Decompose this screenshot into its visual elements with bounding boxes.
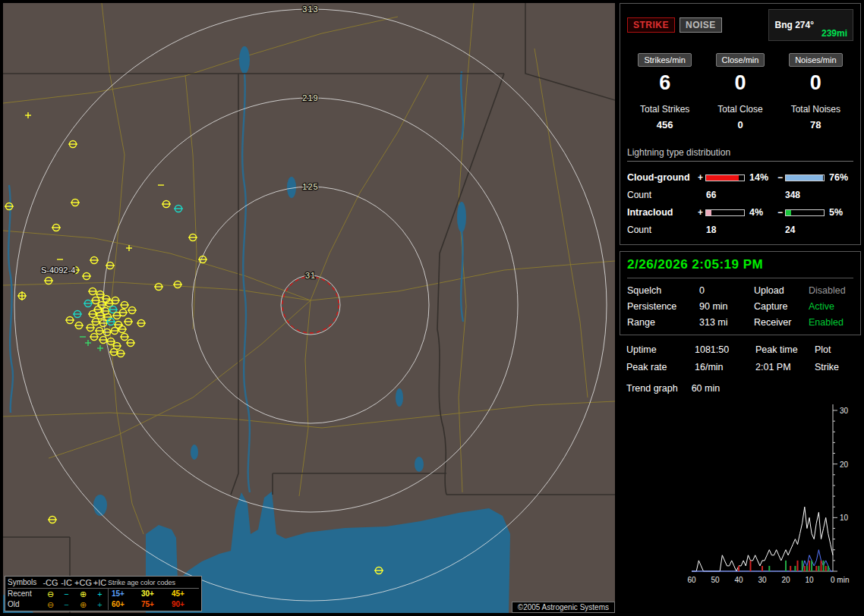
uptime-label: Uptime [626,344,695,355]
cg-minus-percent: 76% [825,172,855,183]
svg-text:20: 20 [781,576,790,584]
strikes-per-min-button[interactable]: Strikes/min [638,53,691,67]
stats-grid: Uptime 1081:50 Peak time Plot Peak rate … [626,344,854,372]
cg-plus-count: 66 [695,190,774,200]
bearing-value: Bng 274° [774,20,813,30]
ic-minus-recent-icon: − [58,589,74,599]
svg-text:40: 40 [734,576,743,584]
svg-text:30: 30 [758,576,767,584]
distribution-title: Lightning type distribution [627,147,853,162]
peak-rate-label: Peak rate [626,362,695,372]
total-close-value: 0 [702,119,777,130]
ic-minus-old-icon: − [58,600,74,610]
trend-graph-label: Trend graph [626,383,678,394]
legend-col-pos-ic: +IC [92,578,108,588]
peak-time-label: Peak time [755,344,815,355]
cloud-ground-row: Cloud-ground + 14% − 76% [627,169,853,186]
plus-sign: + [695,172,705,183]
legend-symbols-header: Symbols [8,577,43,588]
ic-plus-count: 18 [695,225,774,235]
control-panel: STRIKE NOISE Bng 274° 239mi Strikes/min … [620,3,861,613]
cg-minus-recent-icon: ⊖ [43,589,58,599]
close-per-min-value: 0 [702,71,777,95]
bearing-distance: 239mi [821,28,847,39]
svg-text:313: 313 [302,5,318,14]
ic-plus-recent-icon: + [92,589,108,599]
ic-plus-percent: 4% [745,207,775,218]
cg-plus-old-icon: ⊕ [74,600,92,610]
plot-label: Plot [815,344,854,355]
cg-minus-old-icon: ⊖ [43,600,58,610]
receiver-value: Enabled [809,317,853,328]
legend-recent-label: Recent [8,589,43,599]
close-per-min-button[interactable]: Close/min [716,53,765,67]
lightning-map[interactable]: 31321912531S-4092-4 [3,3,615,613]
status-box: 2/26/2026 2:05:19 PM Squelch 0 Upload Di… [620,251,861,335]
total-noises-label: Total Noises [778,104,853,115]
cg-plus-percent: 14% [745,172,775,183]
legend-col-pos-cg: +CG [74,578,92,588]
bearing-readout: Bng 274° 239mi [768,9,853,41]
strikes-per-min-value: 6 [627,71,702,95]
map-area[interactable]: 31321912531S-4092-4 Symbols -CG -IC +CG … [3,3,615,613]
ic-minus-percent: 5% [825,207,855,218]
count-label: Count [627,190,695,200]
age-30-label: 30+ [138,589,169,599]
mode-bar: STRIKE NOISE Bng 274° 239mi [627,9,853,41]
total-noises-value: 78 [778,119,853,130]
cg-minus-count: 348 [774,190,853,200]
capture-value: Active [809,301,853,312]
age-15-label: 15+ [108,589,138,599]
persistence-label: Persistence [627,301,699,312]
receiver-label: Receiver [754,317,809,328]
total-close-label: Total Close [702,104,777,115]
age-45-label: 45+ [169,589,199,599]
noises-per-min-button[interactable]: Noises/min [789,53,842,67]
trend-graph: 3020106050403020100 min [626,400,862,588]
legend-old-label: Old [8,599,43,610]
ic-plus-bar [705,209,745,216]
nexstorm-app: 31321912531S-4092-4 Symbols -CG -IC +CG … [0,0,864,616]
svg-text:10: 10 [840,514,849,522]
svg-text:31: 31 [305,271,316,280]
cloud-ground-count-row: Count 66 348 [627,186,853,204]
strikes-counter: Strikes/min 6 Total Strikes 456 [627,53,702,130]
upload-label: Upload [754,285,809,296]
plot-value[interactable]: Strike [815,362,854,372]
peak-time-value: 2:01 PM [755,362,815,372]
noise-mode-button[interactable]: NOISE [680,17,722,33]
range-value: 313 mi [699,317,754,328]
datetime-display: 2/26/2026 2:05:19 PM [627,257,853,278]
trend-graph-header: Trend graph 60 min [626,383,854,394]
minus-sign: − [775,207,785,218]
svg-text:60: 60 [687,576,696,584]
cg-plus-bar [705,174,745,181]
status-grid: Squelch 0 Upload Disabled Persistence 90… [627,285,853,329]
noises-counter: Noises/min 0 Total Noises 78 [778,53,853,130]
legend-col-neg-ic: -IC [58,578,74,588]
svg-text:20: 20 [840,460,849,469]
ic-minus-count: 24 [774,225,853,235]
svg-text:219: 219 [302,93,318,102]
svg-text:125: 125 [302,182,318,191]
legend-age-header: Strike age color codes [108,577,199,588]
strike-stats-box: STRIKE NOISE Bng 274° 239mi Strikes/min … [620,3,861,245]
age-90-label: 90+ [169,599,199,610]
squelch-value: 0 [699,285,754,296]
range-label: Range [627,317,699,328]
ic-plus-old-icon: + [92,600,108,610]
rate-counters: Strikes/min 6 Total Strikes 456 Close/mi… [627,53,853,130]
session-stats: Uptime 1081:50 Peak time Plot Peak rate … [620,341,861,590]
noises-per-min-value: 0 [778,71,853,95]
plus-sign: + [695,207,705,218]
map-legend: Symbols -CG -IC +CG +IC Strike age color… [5,576,202,611]
svg-text:0 min: 0 min [831,576,849,584]
strike-mode-button[interactable]: STRIKE [627,17,675,33]
squelch-label: Squelch [627,285,699,296]
peak-rate-value: 16/min [695,362,755,372]
svg-text:30: 30 [840,407,849,415]
intracloud-label: Intracloud [627,207,695,218]
lightning-distribution: Lightning type distribution Cloud-ground… [627,147,853,239]
copyright-notice: ©2005 Astrogenic Systems [512,602,615,613]
close-counter: Close/min 0 Total Close 0 [702,53,777,130]
